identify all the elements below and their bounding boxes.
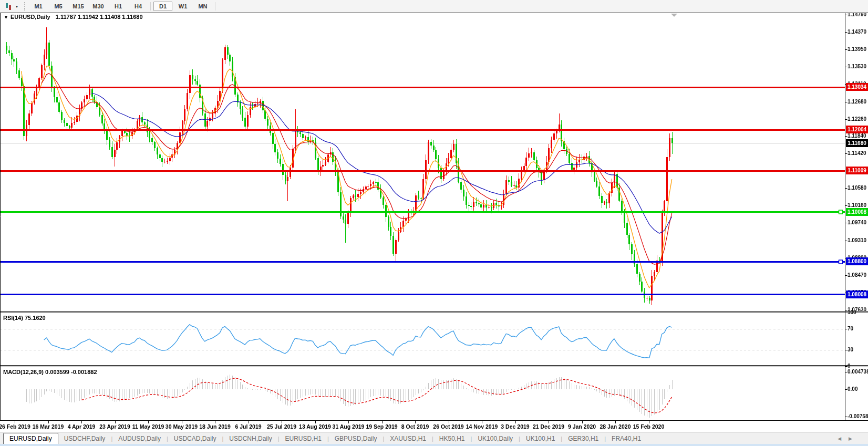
rsi-axis-tick: 70 [848,326,868,331]
chart-tab-xauusd-h1[interactable]: XAUUSD,H1 [384,433,432,444]
price-tick: 1.13530 [848,64,868,69]
date-label: 16 Mar 2019 [33,423,64,430]
timeframe-button-m30[interactable]: M30 [89,2,108,11]
toolbar-separator [150,2,151,11]
ohlc-values: 1.11787 1.11942 1.11408 1.11680 [56,14,143,20]
price-chart-canvas[interactable] [0,0,868,446]
price-tick: 1.08470 [848,272,868,278]
date-label: 23 Apr 2019 [99,423,130,430]
chart-tab-uk100-h1[interactable]: UK100,H1 [520,433,561,444]
level-price-tag: 1.10008 [846,208,868,216]
price-tick: 1.10580 [848,185,868,191]
rsi-axis-tick: 0 [848,363,868,369]
toolbar-separator [215,2,215,11]
price-tick: 1.11420 [848,150,868,156]
timeframe-button-d1[interactable]: D1 [153,2,172,11]
chart-title: ▼EURUSD,Daily1.11787 1.11942 1.11408 1.1… [4,14,143,20]
price-tick: 1.09740 [848,220,868,225]
date-label: 26 Feb 2019 [0,423,30,430]
date-label: 6 Jul 2019 [235,423,261,430]
price-tick: 1.09310 [848,237,868,243]
timeframe-button-h1[interactable]: H1 [109,2,128,11]
date-label: 15 Feb 2020 [633,423,665,430]
price-tick: 1.12260 [848,116,868,122]
chart-tab-usdcad-daily[interactable]: USDCAD,Daily [168,433,222,444]
level-price-tag: 1.13034 [846,83,868,91]
rsi-axis-tick: 30 [848,347,868,352]
rsi-label: RSI(14) 75.1620 [3,315,46,321]
timeframe-button-m5[interactable]: M5 [49,2,68,11]
timeframe-button-mn[interactable]: MN [193,2,212,11]
date-label: 19 Sep 2019 [366,423,397,430]
date-label: 11 May 2019 [132,423,164,430]
level-price-tag: 1.08800 [846,257,868,265]
chevron-down-icon[interactable]: ▾ [16,4,18,9]
collapse-triangle-icon[interactable]: ▼ [4,15,8,20]
chart-symbols-icon[interactable] [4,2,15,11]
timeframe-button-h4[interactable]: H4 [129,2,148,11]
tab-scroll-arrows: ◀ ▶ [838,432,852,444]
macd-label: MACD(12,26,9) 0.003599 -0.001882 [3,369,97,375]
date-label: 8 Oct 2019 [401,423,429,430]
level-price-tag: 1.08008 [846,291,868,298]
date-label: 3 Dec 2019 [501,423,529,430]
chart-tab-ger30-h1[interactable]: GER30,H1 [562,433,604,444]
chart-tab-gbpusd-daily[interactable]: GBPUSD,Daily [329,433,383,444]
chart-tab-usdchf-daily[interactable]: USDCHF,Daily [58,433,111,444]
rsi-axis-tick: 100 [848,309,868,315]
level-price-tag: 1.12004 [846,126,868,133]
date-label: 14 Nov 2019 [466,423,498,430]
chart-tab-usdcnh-daily[interactable]: USDCNH,Daily [223,433,277,444]
symbol-label: EURUSD,Daily [11,14,50,20]
status-strip [0,444,868,446]
chart-tab-audusd-daily[interactable]: AUDUSD,Daily [112,433,167,444]
mt4-window: ▾ M1M5M15M30H1H4D1W1MN ▼EURUSD,Daily1.11… [0,0,868,446]
chart-tab-uk100-daily[interactable]: UK100,Daily [472,433,519,444]
chart-tab-eurusd-daily[interactable]: EURUSD,Daily [3,433,58,444]
macd-axis-tick: -0.007584 [848,413,868,419]
price-tick: 1.11840 [848,133,868,139]
price-tick: 1.13950 [848,46,868,52]
chart-tab-fra40-h1[interactable]: FRA40,H1 [606,433,647,444]
chart-tab-eurusd-h1[interactable]: EURUSD,H1 [280,433,327,444]
chart-tab-hk50-h1[interactable]: HK50,H1 [433,433,471,444]
date-label: 21 Dec 2019 [533,423,564,430]
date-label: 25 Jul 2019 [267,423,296,430]
macd-axis-tick: 0.004738 [848,369,868,375]
date-label: 30 May 2019 [166,423,198,430]
price-tick: 1.12680 [848,99,868,105]
current-price-tag: 1.11680 [846,139,868,147]
timeframe-button-m1[interactable]: M1 [29,2,48,11]
timeframe-toolbar: ▾ M1M5M15M30H1H4D1W1MN [0,0,868,13]
date-label: 26 Oct 2019 [433,423,463,430]
macd-axis-tick: 0.00 [848,386,868,392]
date-label: 9 Jan 2020 [568,423,596,430]
chart-tab-bar: EURUSD,DailyUSDCHF,Daily|AUDUSD,Daily|US… [0,432,868,444]
toolbar-gripper[interactable] [24,2,25,11]
date-label: 18 Jun 2019 [199,423,231,430]
date-label: 31 Aug 2019 [333,423,365,430]
level-price-tag: 1.11009 [846,167,868,174]
price-tick: 1.10160 [848,202,868,208]
scroll-right-icon[interactable]: ▶ [849,436,852,441]
price-tick: 1.14370 [848,29,868,35]
date-label: 28 Jan 2020 [600,423,631,430]
scroll-left-icon[interactable]: ◀ [838,436,841,441]
date-label: 13 Aug 2019 [299,423,331,430]
timeframe-button-w1[interactable]: W1 [173,2,192,11]
timeframe-button-m15[interactable]: M15 [69,2,88,11]
date-label: 4 Apr 2019 [68,423,96,430]
